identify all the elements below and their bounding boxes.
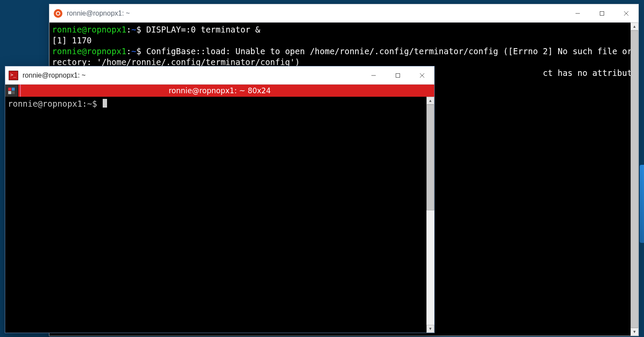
front-scrollbar[interactable]: ▲ ▼ [426,97,434,333]
maximize-button[interactable] [590,4,614,22]
scroll-track[interactable] [426,105,434,325]
back-window-controls [566,4,638,22]
back-scrollbar[interactable]: ▲ ▼ [631,23,638,336]
minimize-button[interactable] [566,4,590,22]
back-window-title: ronnie@ropnopx1: ~ [67,10,566,17]
terminator-title-bar: ronnie@ropnopx1: ~ 80x24 [5,85,434,97]
maximize-button[interactable] [386,66,410,84]
terminator-icon [9,71,18,80]
terminator-redbar-title: ronnie@ropnopx1: ~ 80x24 [5,86,434,95]
scroll-thumb[interactable] [631,30,638,328]
scroll-down-icon[interactable]: ▼ [426,325,434,333]
front-window: ronnie@ropnopx1: ~ ronnie@ropnopx1: ~ 80… [5,66,435,333]
close-button[interactable] [614,4,638,22]
svg-rect-1 [600,11,604,15]
cursor-icon [103,99,107,108]
scroll-down-icon[interactable]: ▼ [631,328,638,336]
terminator-body[interactable]: ronnie@ropnopx1:~$ ▲ ▼ [5,97,434,333]
front-window-titlebar[interactable]: ronnie@ropnopx1: ~ [5,66,434,85]
scroll-track[interactable] [631,30,638,328]
terminator-layout-icon[interactable] [5,85,18,97]
scroll-up-icon[interactable]: ▲ [426,97,434,105]
terminator-prompt-line: ronnie@ropnopx1:~$ [5,97,434,111]
front-window-controls [361,66,434,84]
ubuntu-icon [54,9,62,18]
front-window-title: ronnie@ropnopx1: ~ [23,72,361,79]
desktop-edge-accent [640,165,644,243]
minimize-button[interactable] [361,66,386,84]
redbar-separator [20,85,21,97]
terminator-prompt: ronnie@ropnopx1:~$ [8,99,102,108]
close-button[interactable] [410,66,434,84]
scroll-up-icon[interactable]: ▲ [631,23,638,30]
back-window-titlebar[interactable]: ronnie@ropnopx1: ~ [49,4,638,23]
scroll-thumb[interactable] [426,105,434,210]
svg-rect-5 [396,73,400,77]
